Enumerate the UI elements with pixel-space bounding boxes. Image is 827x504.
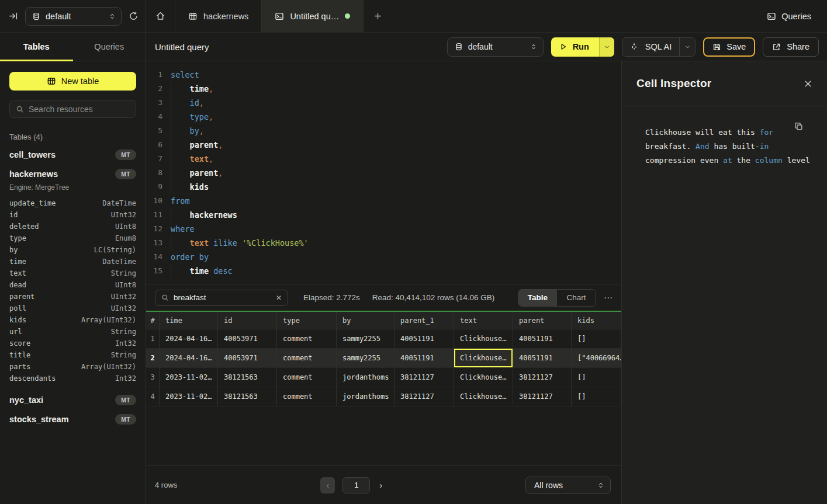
refresh-icon[interactable] <box>129 11 139 21</box>
sidebar-table-item[interactable]: nyc_taxiMT <box>0 390 146 409</box>
sql-ai-caret[interactable] <box>679 38 695 56</box>
column-row[interactable]: byLC(String) <box>9 244 136 256</box>
cell-by[interactable]: sammy2255 <box>337 349 395 367</box>
sidebar-table-item[interactable]: cell_towersMT <box>0 145 146 164</box>
column-row[interactable]: partsArray(UInt32) <box>9 361 136 373</box>
cell-parent_1[interactable]: 40051191 <box>395 329 454 348</box>
results-search-input[interactable] <box>174 293 271 302</box>
current-page[interactable]: 1 <box>342 477 370 493</box>
column-row[interactable]: descendantsInt32 <box>9 373 136 384</box>
cell-type[interactable]: comment <box>277 329 337 348</box>
cell-time[interactable]: 2023-11-02… <box>160 387 218 406</box>
cell-parent[interactable]: 40051191 <box>513 329 572 348</box>
column-header-type[interactable]: type <box>277 312 337 329</box>
next-page-button[interactable]: › <box>378 480 384 490</box>
cell-parent[interactable]: 40051191 <box>513 349 572 367</box>
cell-parent[interactable]: 38121127 <box>513 368 572 387</box>
close-icon[interactable] <box>804 79 812 88</box>
code-line[interactable]: 4 type, <box>148 110 621 124</box>
cell-kids[interactable]: [] <box>572 387 621 406</box>
tab-hackernews[interactable]: hackernews <box>175 0 262 32</box>
column-header-kids[interactable]: kids <box>572 312 621 329</box>
column-row[interactable]: timeDateTime <box>9 256 136 267</box>
toggle-chart-view[interactable]: Chart <box>557 290 596 306</box>
cell-by[interactable]: jordanthoms <box>337 387 395 406</box>
cell-time[interactable]: 2023-11-02… <box>160 368 218 387</box>
database-selector[interactable]: default <box>25 7 122 26</box>
save-button[interactable]: Save <box>703 37 755 57</box>
code-line[interactable]: 14order by <box>148 250 621 264</box>
page-size-selector[interactable]: All rows <box>525 477 611 494</box>
code-line[interactable]: 6 parent, <box>148 138 621 152</box>
tab-queries[interactable]: Queries <box>73 33 146 61</box>
cell-id[interactable]: 40053971 <box>218 349 277 367</box>
column-row[interactable]: titleString <box>9 349 136 361</box>
cell-rownum[interactable]: 1 <box>146 329 160 348</box>
column-row[interactable]: parentUInt32 <box>9 291 136 303</box>
code-line[interactable]: 15 time desc <box>148 264 621 278</box>
sidebar-table-item[interactable]: stocks_streamMT <box>0 409 146 429</box>
cell-parent_1[interactable]: 40051191 <box>395 349 454 367</box>
code-line[interactable]: 9 kids <box>148 180 621 194</box>
tab-tables[interactable]: Tables <box>0 33 73 61</box>
new-table-button[interactable]: New table <box>9 72 136 91</box>
column-header-time[interactable]: time <box>160 312 218 329</box>
column-header-text[interactable]: text <box>454 312 513 329</box>
sidebar-table-item[interactable]: hackernewsMT <box>0 164 146 183</box>
cell-parent[interactable]: 38121127 <box>513 387 572 406</box>
cell-kids[interactable]: ["40066964… <box>572 349 621 367</box>
cell-kids[interactable]: [] <box>572 329 621 348</box>
clear-search-icon[interactable]: ✕ <box>276 294 282 302</box>
column-row[interactable]: textString <box>9 267 136 279</box>
cell-type[interactable]: comment <box>277 387 337 406</box>
column-header-parent[interactable]: parent <box>513 312 572 329</box>
search-input[interactable] <box>29 105 130 114</box>
sql-ai-main[interactable]: SQL AI <box>622 38 679 56</box>
tab-home[interactable] <box>146 0 175 32</box>
more-options-icon[interactable]: ⋯ <box>604 293 613 303</box>
cell-rownum[interactable]: 3 <box>146 368 160 387</box>
cell-text[interactable]: Clickhouse… <box>454 329 513 348</box>
column-row[interactable]: update_timeDateTime <box>9 197 136 209</box>
column-row[interactable]: idUInt32 <box>9 209 136 221</box>
run-options-caret[interactable] <box>599 37 614 57</box>
cell-text[interactable]: Clickhouse… <box>454 368 513 387</box>
cell-time[interactable]: 2024-04-16… <box>160 329 218 348</box>
code-line[interactable]: 13 text ilike '%ClickHouse%' <box>148 236 621 250</box>
cell-id[interactable]: 40053971 <box>218 329 277 348</box>
cell-id[interactable]: 38121563 <box>218 368 277 387</box>
new-tab-button[interactable] <box>364 0 392 32</box>
column-header-rownum[interactable]: # <box>146 312 160 329</box>
cell-type[interactable]: comment <box>277 349 337 367</box>
cell-rownum[interactable]: 2 <box>146 349 160 367</box>
collapse-sidebar-icon[interactable] <box>8 11 18 21</box>
queries-button[interactable]: Queries <box>767 0 811 32</box>
column-row[interactable]: deadUInt8 <box>9 279 136 291</box>
cell-time[interactable]: 2024-04-16… <box>160 349 218 367</box>
cell-id[interactable]: 38121563 <box>218 387 277 406</box>
share-button[interactable]: Share <box>763 37 819 57</box>
column-row[interactable]: urlString <box>9 326 136 338</box>
cell-parent_1[interactable]: 38121127 <box>395 368 454 387</box>
code-line[interactable]: 5 by, <box>148 124 621 138</box>
cell-kids[interactable]: [] <box>572 368 621 387</box>
cell-text[interactable]: Clickhouse… <box>454 387 513 406</box>
cell-by[interactable]: jordanthoms <box>337 368 395 387</box>
sidebar-search[interactable] <box>9 100 136 118</box>
toggle-table-view[interactable]: Table <box>518 290 557 306</box>
column-header-by[interactable]: by <box>337 312 395 329</box>
code-line[interactable]: 1select <box>148 68 621 82</box>
cell-parent_1[interactable]: 38121127 <box>395 387 454 406</box>
cell-rownum[interactable]: 4 <box>146 387 160 406</box>
column-header-id[interactable]: id <box>218 312 277 329</box>
code-line[interactable]: 10from <box>148 194 621 208</box>
code-line[interactable]: 7 text, <box>148 152 621 166</box>
code-line[interactable]: 3 id, <box>148 96 621 110</box>
column-row[interactable]: deletedUInt8 <box>9 221 136 232</box>
sql-ai-button[interactable]: SQL AI <box>622 37 695 57</box>
sql-editor[interactable]: 1select2 time,3 id,4 type,5 by,6 parent,… <box>146 61 621 284</box>
code-line[interactable]: 11 hackernews <box>148 208 621 222</box>
cell-text[interactable]: Clickhouse… <box>454 349 513 367</box>
results-search[interactable]: ✕ <box>155 290 288 306</box>
column-row[interactable]: typeEnum8 <box>9 232 136 244</box>
